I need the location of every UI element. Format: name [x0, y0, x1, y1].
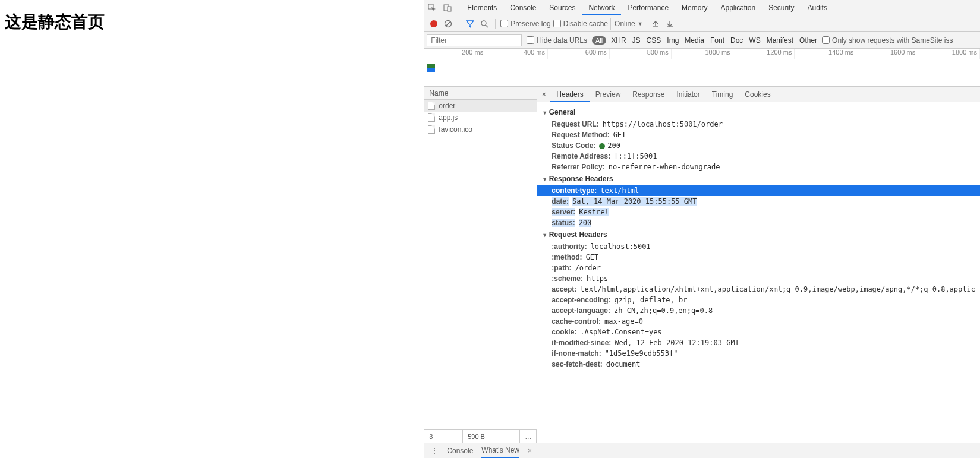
- main-tabs-row: ElementsConsoleSourcesNetworkPerformance…: [424, 0, 980, 15]
- request-details: × HeadersPreviewResponseInitiatorTimingC…: [537, 87, 980, 443]
- filter-type-img[interactable]: Img: [667, 36, 679, 45]
- header-row[interactable]: :path:/order: [537, 263, 980, 273]
- timeline-tick: 1200 ms: [733, 49, 795, 59]
- throttling-select[interactable]: Online ▼: [610, 18, 647, 30]
- section-general[interactable]: General: [537, 106, 980, 119]
- hide-data-urls-checkbox[interactable]: Hide data URLs: [527, 36, 587, 45]
- header-row[interactable]: status:200: [537, 217, 980, 228]
- filter-type-manifest[interactable]: Manifest: [767, 36, 793, 45]
- request-list-footer: 3 requests 590 B transferred …: [424, 429, 537, 443]
- header-value: /order: [575, 264, 601, 272]
- record-button[interactable]: [428, 18, 440, 30]
- header-row[interactable]: Request URL:https://localhost:5001/order: [537, 119, 980, 129]
- header-row[interactable]: date:Sat, 14 Mar 2020 15:55:55 GMT: [537, 196, 980, 207]
- header-key: accept:: [552, 285, 576, 293]
- drawer-close-icon[interactable]: ×: [528, 447, 532, 455]
- filter-type-media[interactable]: Media: [685, 36, 704, 45]
- details-tab-initiator[interactable]: Initiator: [670, 87, 705, 102]
- header-row[interactable]: :scheme:https: [537, 273, 980, 284]
- timeline-tick: 1800 ms: [918, 49, 980, 59]
- section-response-headers[interactable]: Response Headers: [537, 172, 980, 185]
- filter-type-js[interactable]: JS: [632, 36, 641, 45]
- section-request-headers[interactable]: Request Headers: [537, 228, 980, 241]
- filter-type-ws[interactable]: WS: [749, 36, 760, 45]
- header-row[interactable]: accept:text/html,application/xhtml+xml,a…: [537, 284, 980, 295]
- header-row[interactable]: Status Code:200: [537, 140, 980, 151]
- request-list-header[interactable]: Name: [424, 87, 537, 100]
- header-row[interactable]: accept-encoding:gzip, deflate, br: [537, 295, 980, 305]
- header-value: GET: [613, 131, 626, 139]
- details-tab-preview[interactable]: Preview: [590, 87, 627, 102]
- filter-type-doc[interactable]: Doc: [730, 36, 743, 45]
- header-value: Kestrel: [579, 208, 609, 216]
- header-value: text/html: [600, 187, 639, 195]
- request-row[interactable]: favicon.ico: [424, 124, 537, 135]
- drawer-tab-console[interactable]: Console: [447, 447, 473, 455]
- filter-type-xhr[interactable]: XHR: [611, 36, 626, 45]
- timeline-overview[interactable]: 200 ms400 ms600 ms800 ms1000 ms1200 ms14…: [424, 49, 980, 87]
- header-row[interactable]: cache-control:max-age=0: [537, 316, 980, 327]
- filter-type-other[interactable]: Other: [799, 36, 817, 45]
- details-tab-cookies[interactable]: Cookies: [739, 87, 776, 102]
- details-tab-headers[interactable]: Headers: [550, 87, 589, 102]
- timeline-bar: [427, 64, 435, 68]
- request-row[interactable]: app.js: [424, 112, 537, 124]
- header-row[interactable]: content-type:text/html: [537, 185, 980, 196]
- header-key: status:: [552, 219, 575, 227]
- page-heading: 这是静态首页: [5, 11, 419, 33]
- device-toggle-icon[interactable]: [440, 0, 455, 15]
- clear-icon[interactable]: [442, 18, 454, 30]
- tab-memory[interactable]: Memory: [675, 0, 714, 15]
- tab-sources[interactable]: Sources: [543, 0, 582, 15]
- header-row[interactable]: Request Method:GET: [537, 129, 980, 140]
- header-row[interactable]: cookie:.AspNet.Consent=yes: [537, 327, 980, 337]
- header-row[interactable]: accept-language:zh-CN,zh;q=0.9,en;q=0.8: [537, 305, 980, 316]
- filter-all-pill[interactable]: All: [592, 36, 606, 45]
- request-row[interactable]: order: [424, 100, 537, 112]
- header-row[interactable]: :authority:localhost:5001: [537, 241, 980, 252]
- svg-rect-2: [448, 7, 451, 11]
- download-har-icon[interactable]: [664, 18, 676, 30]
- filter-row: Hide data URLs All XHRJSCSSImgMediaFontD…: [424, 32, 980, 49]
- tab-elements[interactable]: Elements: [461, 0, 503, 15]
- tab-application[interactable]: Application: [714, 0, 762, 15]
- tab-performance[interactable]: Performance: [621, 0, 675, 15]
- status-dot-icon: [599, 143, 605, 149]
- details-tab-response[interactable]: Response: [626, 87, 670, 102]
- chevron-down-icon: ▼: [638, 21, 643, 27]
- header-key: if-modified-since:: [552, 339, 611, 347]
- header-value: https://localhost:5001/order: [603, 120, 723, 128]
- header-value: document: [606, 360, 641, 368]
- header-value: https: [587, 274, 608, 283]
- tab-security[interactable]: Security: [762, 0, 801, 15]
- filter-type-font[interactable]: Font: [710, 36, 724, 45]
- header-row[interactable]: server:Kestrel: [537, 207, 980, 217]
- preserve-log-checkbox[interactable]: Preserve log: [500, 20, 550, 28]
- tab-network[interactable]: Network: [582, 0, 621, 15]
- header-row[interactable]: if-none-match:"1d5e19e9cdb553f": [537, 348, 980, 359]
- upload-har-icon[interactable]: [650, 18, 661, 30]
- tab-console[interactable]: Console: [503, 0, 543, 15]
- timeline-tick: 1400 ms: [795, 49, 856, 59]
- header-row[interactable]: sec-fetch-dest:document: [537, 359, 980, 369]
- timeline-tick: 600 ms: [548, 49, 610, 59]
- request-count: 3 requests: [424, 430, 463, 443]
- close-details-icon[interactable]: ×: [537, 90, 550, 99]
- details-tab-timing[interactable]: Timing: [706, 87, 739, 102]
- header-row[interactable]: :method:GET: [537, 252, 980, 263]
- samesite-checkbox[interactable]: Only show requests with SameSite iss: [822, 36, 953, 45]
- svg-point-5: [481, 21, 486, 26]
- drawer-menu-icon[interactable]: ⋮: [430, 446, 439, 456]
- search-icon[interactable]: [478, 18, 490, 30]
- request-name: favicon.ico: [439, 125, 472, 134]
- filter-type-css[interactable]: CSS: [647, 36, 661, 45]
- inspect-icon[interactable]: [424, 0, 440, 15]
- tab-audits[interactable]: Audits: [801, 0, 834, 15]
- drawer-tab-whats-new[interactable]: What's New: [481, 443, 519, 459]
- header-row[interactable]: Referrer Policy:no-referrer-when-downgra…: [537, 162, 980, 172]
- header-row[interactable]: Remote Address:[::1]:5001: [537, 151, 980, 162]
- filter-input[interactable]: [427, 34, 522, 46]
- filter-toggle-icon[interactable]: [464, 18, 476, 30]
- header-row[interactable]: if-modified-since:Wed, 12 Feb 2020 12:19…: [537, 337, 980, 348]
- disable-cache-checkbox[interactable]: Disable cache: [553, 20, 608, 28]
